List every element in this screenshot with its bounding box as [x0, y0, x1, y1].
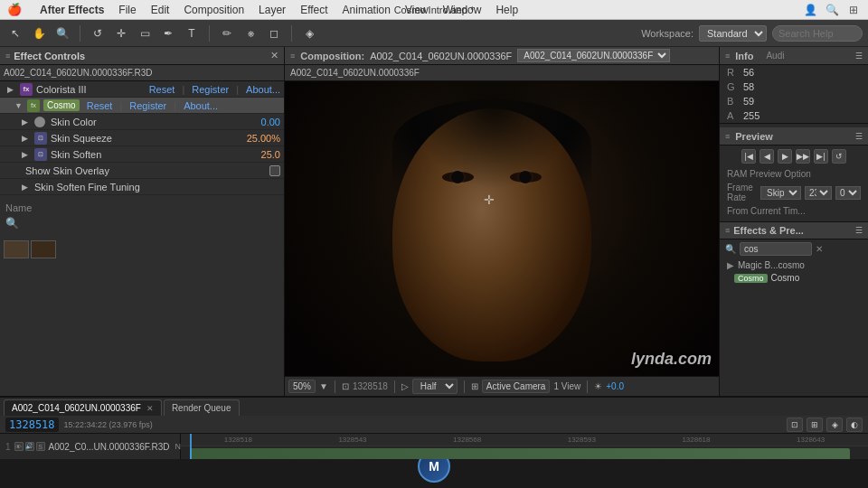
- colorista-about[interactable]: About...: [246, 84, 280, 95]
- track-bar[interactable]: [190, 448, 850, 459]
- tl-tool-3[interactable]: ◈: [826, 418, 843, 432]
- skin-soften-icon: ⊡: [34, 148, 47, 161]
- view-count[interactable]: 1 View: [553, 381, 580, 391]
- comp-source-text: A002_C014_0602UN.0000336F: [290, 68, 420, 78]
- audio-tab[interactable]: Audi: [766, 51, 784, 61]
- app-name: After Effects: [40, 4, 104, 16]
- skin-squeeze-toggle[interactable]: ▶: [22, 134, 31, 143]
- layer-switch-audio[interactable]: 🔊: [25, 442, 34, 451]
- effects-menu[interactable]: ☰: [855, 226, 863, 235]
- timeline-tab-main[interactable]: A002_C014_0602UN.0000336F ✕: [4, 399, 162, 416]
- skin-squeeze-row[interactable]: ▶ ⊡ Skin Squeeze 25.00%: [0, 130, 284, 146]
- marker-1: 1328518: [224, 436, 252, 444]
- timeline-tab-close[interactable]: ✕: [146, 404, 154, 413]
- left-eye: [442, 172, 474, 183]
- frame-rate-select[interactable]: Skip: [760, 186, 801, 200]
- prev-first-btn[interactable]: |◀: [741, 149, 756, 164]
- shape-tool[interactable]: ▭: [135, 23, 155, 43]
- timeline-tab-render[interactable]: Render Queue: [164, 399, 240, 416]
- cosmo-reset[interactable]: Reset: [87, 100, 113, 111]
- tl-tool-2[interactable]: ⊞: [807, 418, 823, 432]
- hand-tool[interactable]: ✋: [29, 23, 49, 43]
- plus-value: +0.0: [606, 381, 624, 391]
- skin-soften-fine-toggle[interactable]: ▶: [22, 183, 31, 192]
- layer-thumb-2[interactable]: [31, 240, 56, 258]
- layer-switch-eye[interactable]: 👁: [14, 442, 24, 451]
- main-area: ≡ Effect Controls ✕ A002_C014_0602UN.000…: [0, 47, 868, 396]
- exposure-btn[interactable]: ☀: [594, 381, 602, 391]
- skin-color-swatch[interactable]: [34, 117, 45, 127]
- puppet-tool[interactable]: ◈: [299, 23, 319, 43]
- pen-tool[interactable]: ✒: [158, 23, 178, 43]
- menu-effect[interactable]: Effect: [300, 4, 327, 16]
- magic-cosmo-row[interactable]: ▶ Magic B...cosmo: [720, 258, 868, 272]
- timecode[interactable]: 1328518: [5, 418, 59, 432]
- prev-loop-btn[interactable]: ↺: [832, 149, 846, 164]
- colorista-register[interactable]: Register: [192, 84, 229, 95]
- workspace-select[interactable]: Standard: [699, 25, 767, 42]
- rotate-tool[interactable]: ↺: [88, 23, 108, 43]
- menu-animation[interactable]: Animation: [343, 4, 391, 16]
- prev-back-btn[interactable]: ◀: [760, 149, 774, 164]
- prev-fwd-btn[interactable]: ▶▶: [796, 149, 810, 164]
- cosmo-toggle[interactable]: ▼: [14, 101, 24, 110]
- menu-layer[interactable]: Layer: [259, 4, 286, 16]
- effects-search-input[interactable]: [740, 242, 812, 256]
- preview-menu[interactable]: ☰: [855, 132, 863, 141]
- layer-switch-solo[interactable]: S: [36, 442, 45, 451]
- show-skin-overlay-checkbox[interactable]: [269, 165, 280, 176]
- colorista-toggle[interactable]: ▶: [7, 85, 16, 94]
- skin-squeeze-value[interactable]: 25.00%: [244, 133, 280, 144]
- tl-tool-1[interactable]: ⊡: [787, 418, 803, 432]
- panel-close-btn[interactable]: ✕: [270, 50, 278, 61]
- skin-soften-row[interactable]: ▶ ⊡ Skin Soften 25.0: [0, 146, 284, 163]
- menu-file[interactable]: File: [118, 4, 136, 16]
- cosmo-about[interactable]: About...: [184, 100, 218, 111]
- skin-soften-value[interactable]: 25.0: [244, 149, 280, 160]
- tl-tool-4[interactable]: ◐: [846, 418, 863, 432]
- skin-soften-fine-row[interactable]: ▶ Skin Soften Fine Tuning: [0, 179, 284, 195]
- search-input[interactable]: [772, 25, 863, 42]
- timeline-tracks[interactable]: 1328518 1328543 1328568 1328593 1328618 …: [181, 434, 868, 459]
- cosmo-row[interactable]: ▼ fx Cosmo Reset | Register | About...: [0, 98, 284, 114]
- menu-edit[interactable]: Edit: [151, 4, 170, 16]
- colorista-reset[interactable]: Reset: [149, 84, 175, 95]
- arrow-tool[interactable]: ↖: [5, 23, 25, 43]
- paint-tool[interactable]: ✏: [217, 23, 237, 43]
- comp-video[interactable]: ✛ lynda.com: [285, 81, 719, 376]
- grid-view-icon[interactable]: ⊞: [471, 381, 478, 391]
- anchor-tool[interactable]: ✛: [111, 23, 131, 43]
- comp-select[interactable]: A002_C014_0602UN.0000336F: [517, 49, 670, 62]
- info-panel-menu[interactable]: ☰: [855, 52, 863, 61]
- active-camera[interactable]: Active Camera: [482, 380, 551, 393]
- eraser-tool[interactable]: ◻: [264, 23, 284, 43]
- zoom-tool[interactable]: 🔍: [52, 23, 72, 43]
- play-icon[interactable]: ▷: [401, 381, 409, 391]
- show-skin-overlay-row[interactable]: Show Skin Overlay: [0, 163, 284, 179]
- effects-search-clear[interactable]: ✕: [816, 244, 823, 254]
- menu-help[interactable]: Help: [495, 4, 518, 16]
- cosmo-register[interactable]: Register: [129, 100, 166, 111]
- resolution-select[interactable]: Half: [412, 379, 458, 394]
- skin-color-value[interactable]: 0.00: [244, 117, 280, 127]
- skin-color-row[interactable]: ▶ Skin Color 0.00: [0, 114, 284, 130]
- zoom-select[interactable]: 50%: [288, 380, 316, 393]
- prev-last-btn[interactable]: ▶|: [814, 149, 828, 164]
- fps-select[interactable]: 23.981: [805, 186, 832, 200]
- magic-arrow: ▶: [727, 260, 734, 270]
- text-tool[interactable]: T: [182, 23, 202, 43]
- playhead[interactable]: [190, 434, 192, 459]
- skin-color-toggle[interactable]: ▶: [22, 117, 31, 127]
- apple-menu[interactable]: 🍎: [7, 3, 22, 16]
- eyes-area: [442, 172, 542, 183]
- zoom-dropdown-icon[interactable]: ▼: [319, 381, 328, 391]
- cosmo-item[interactable]: Cosmo Cosmo: [720, 272, 868, 284]
- prev-play-btn[interactable]: ▶: [778, 149, 792, 164]
- menu-composition[interactable]: Composition: [184, 4, 244, 16]
- name-row: Name: [5, 202, 278, 213]
- layer-thumb-1[interactable]: [4, 240, 29, 258]
- colorista-row[interactable]: ▶ fx Colorista III Reset | Register | Ab…: [0, 81, 284, 98]
- skin-soften-toggle[interactable]: ▶: [22, 150, 31, 159]
- clone-tool[interactable]: ⎈: [241, 23, 260, 43]
- skip-select[interactable]: 0: [835, 186, 861, 200]
